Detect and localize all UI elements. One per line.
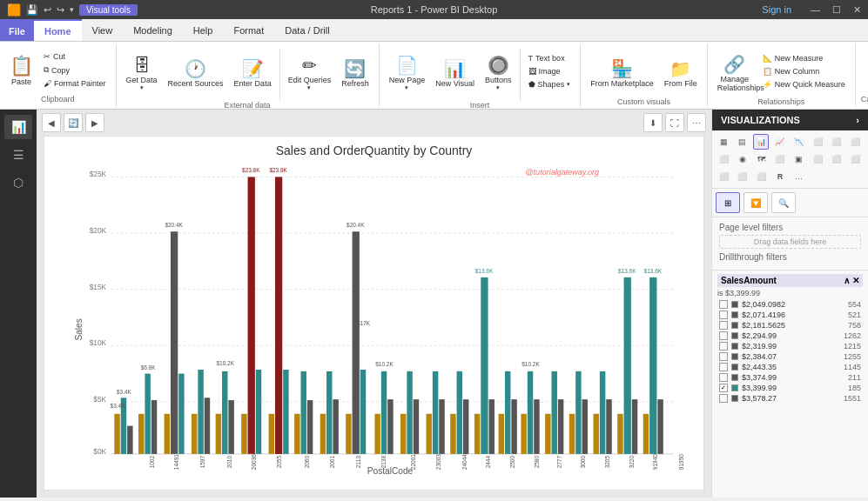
buttons-icon: 🔘: [488, 55, 509, 76]
sales-collapse-icon[interactable]: ∧: [844, 276, 850, 285]
new-column-button[interactable]: 📋 New Column: [758, 65, 850, 77]
sales-row[interactable]: $3,374.99211: [717, 372, 863, 383]
sales-row[interactable]: $2,384.071255: [717, 351, 863, 362]
manage-relationships-button[interactable]: 🔗 Manage Relationships: [713, 49, 757, 97]
sales-row[interactable]: $2,049.0982554: [717, 299, 863, 310]
viz-icon-matrix[interactable]: ⬜: [753, 169, 769, 184]
sales-row-checkbox[interactable]: [719, 331, 728, 340]
svg-rect-96: [569, 414, 575, 454]
tab-format[interactable]: Format: [223, 19, 274, 41]
shapes-button[interactable]: ⬟ Shapes ▾: [524, 78, 575, 90]
recent-sources-button[interactable]: 🕐 Recent Sources: [164, 49, 228, 97]
sales-row[interactable]: $2,319.991215: [717, 341, 863, 351]
sales-row[interactable]: $3,578.271551: [717, 393, 863, 404]
sidebar-icon-data[interactable]: ☰: [4, 143, 32, 167]
tab-data-drill[interactable]: Data / Drill: [274, 19, 340, 41]
sales-row-checkbox[interactable]: [719, 352, 728, 361]
canvas-forward-btn[interactable]: ▶: [85, 113, 104, 132]
new-visual-button[interactable]: 📊 New Visual: [431, 49, 479, 97]
viz-icon-clustered-bar[interactable]: ▤: [735, 134, 750, 150]
sales-row-checkbox[interactable]: [719, 300, 728, 309]
paste-button[interactable]: 📋 Paste: [5, 46, 37, 95]
tab-file[interactable]: File: [0, 19, 34, 41]
signin-button[interactable]: Sign in: [755, 4, 798, 15]
visualizations-expand-icon[interactable]: ›: [856, 115, 859, 125]
enter-data-button[interactable]: 📝 Enter Data: [230, 49, 276, 97]
viz-icon-scatter[interactable]: ⬜: [716, 151, 731, 167]
sales-row-checkbox[interactable]: [719, 311, 728, 319]
tab-help[interactable]: Help: [183, 19, 224, 41]
viz-icon-funnel[interactable]: ⬜: [847, 134, 863, 150]
viz-icon-more[interactable]: …: [791, 169, 807, 184]
edit-queries-button[interactable]: ✏ Edit Queries ▾: [284, 49, 336, 97]
viz-icon-card[interactable]: ⬜: [829, 151, 844, 167]
viz-icon-r-visual[interactable]: R: [772, 169, 788, 184]
quick-access-more[interactable]: ▾: [70, 5, 74, 14]
maximize-button[interactable]: ☐: [832, 4, 841, 16]
viz-icon-ribbon-chart[interactable]: ⬜: [810, 134, 825, 150]
sales-row[interactable]: $2,181.5625758: [717, 320, 863, 331]
canvas-refresh-btn[interactable]: 🔄: [64, 113, 83, 132]
sales-row-value: $2,319.99: [742, 342, 833, 351]
sales-row-checkbox[interactable]: [719, 394, 728, 403]
new-measure-button[interactable]: 📐 New Measure: [758, 52, 850, 64]
new-quick-measure-button[interactable]: ⚡ New Quick Measure: [758, 78, 850, 90]
viz-icon-slicer[interactable]: ⬜: [716, 169, 731, 184]
text-box-button[interactable]: T Text box: [524, 52, 575, 64]
quick-access-undo[interactable]: ↩: [44, 4, 51, 16]
canvas-download-btn[interactable]: ⬇: [643, 113, 663, 132]
close-button[interactable]: ✕: [853, 4, 861, 16]
sales-row[interactable]: $2,443.351145: [717, 362, 863, 372]
new-page-button[interactable]: 📄 New Page ▾: [385, 49, 430, 97]
tab-view[interactable]: View: [82, 19, 124, 41]
canvas-more-btn[interactable]: ⋯: [687, 113, 706, 132]
minimize-button[interactable]: —: [811, 4, 820, 15]
get-data-button[interactable]: 🗄 Get Data ▾: [122, 49, 162, 97]
sidebar-icon-report[interactable]: 📊: [4, 115, 32, 139]
sales-row-checkbox[interactable]: [719, 321, 728, 330]
tab-modeling[interactable]: Modeling: [123, 19, 183, 41]
viz-tab-format[interactable]: 🔽: [744, 192, 768, 213]
viz-icon-gauge[interactable]: ⬜: [810, 151, 825, 167]
sales-close-icon[interactable]: ✕: [852, 276, 859, 285]
buttons-button[interactable]: 🔘 Buttons ▾: [481, 49, 516, 97]
sales-row-checkbox[interactable]: ✓: [719, 384, 728, 392]
format-painter-button[interactable]: 🖌 Format Painter: [39, 77, 111, 90]
from-marketplace-button[interactable]: 🏪 From Marketplace: [586, 49, 658, 97]
sales-row-checkbox[interactable]: [719, 373, 728, 382]
viz-icon-pie[interactable]: ◉: [735, 151, 750, 167]
viz-icon-waterfall[interactable]: ⬜: [829, 134, 844, 150]
viz-icon-treemap[interactable]: ▣: [791, 151, 807, 167]
canvas-expand-btn[interactable]: ⛶: [665, 113, 684, 132]
image-button[interactable]: 🖼 Image: [524, 65, 575, 77]
viz-icon-line-chart[interactable]: 📈: [772, 134, 788, 150]
sidebar-icon-relationships[interactable]: ⬡: [4, 170, 32, 195]
viz-icon-filled-map[interactable]: ⬜: [772, 151, 788, 167]
svg-rect-80: [489, 399, 495, 454]
svg-rect-79: [481, 277, 488, 454]
viz-icon-map[interactable]: 🗺: [753, 151, 769, 167]
canvas-back-btn[interactable]: ◀: [42, 113, 61, 132]
refresh-button[interactable]: 🔄 Refresh: [337, 49, 373, 97]
quick-access-save[interactable]: 💾: [26, 4, 38, 16]
tab-home[interactable]: Home: [34, 19, 82, 41]
copy-button[interactable]: ⧉ Copy: [39, 63, 111, 77]
cut-button[interactable]: ✂ Cut: [39, 50, 111, 63]
custom-visuals-label: Custom visuals: [617, 97, 670, 108]
viz-icon-stacked-bar[interactable]: ▦: [716, 134, 731, 150]
sales-row[interactable]: $2,071.4196521: [717, 310, 863, 320]
from-file-button[interactable]: 📁 From File: [660, 49, 702, 97]
sales-row[interactable]: ✓$3,399.99185: [717, 383, 863, 393]
viz-tab-analytics[interactable]: 🔍: [771, 192, 796, 213]
viz-icon-kpi[interactable]: ⬜: [847, 151, 863, 167]
sales-row-checkbox[interactable]: [719, 342, 728, 351]
viz-tab-fields[interactable]: ⊞: [716, 192, 740, 213]
viz-icon-area-chart[interactable]: 📉: [791, 134, 807, 150]
sales-row-checkbox[interactable]: [719, 363, 728, 371]
svg-rect-37: [241, 414, 246, 454]
drag-fields-here[interactable]: Drag data fields here: [719, 235, 861, 249]
quick-access-redo[interactable]: ↪: [57, 4, 64, 16]
viz-icon-column-chart[interactable]: 📊: [753, 134, 769, 150]
viz-icon-table[interactable]: ⬜: [735, 169, 750, 184]
sales-row[interactable]: $2,294.991262: [717, 331, 863, 341]
